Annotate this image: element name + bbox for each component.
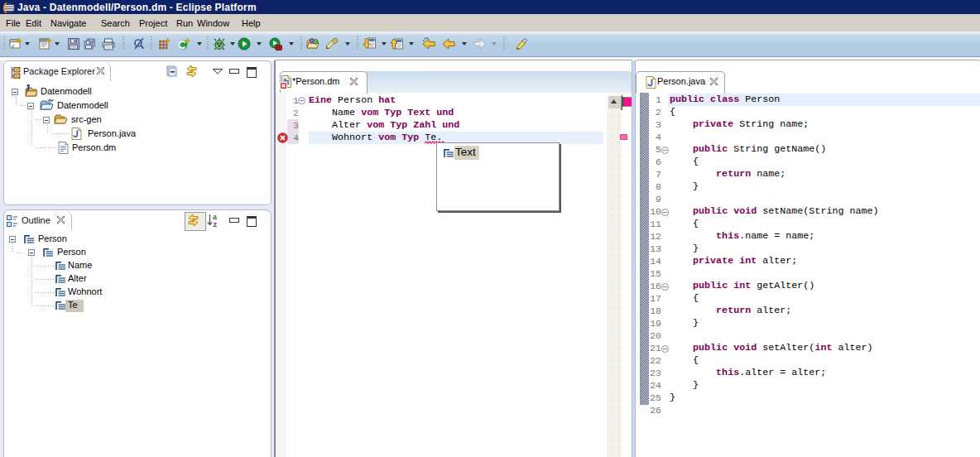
svg-text:z: z	[214, 220, 218, 228]
